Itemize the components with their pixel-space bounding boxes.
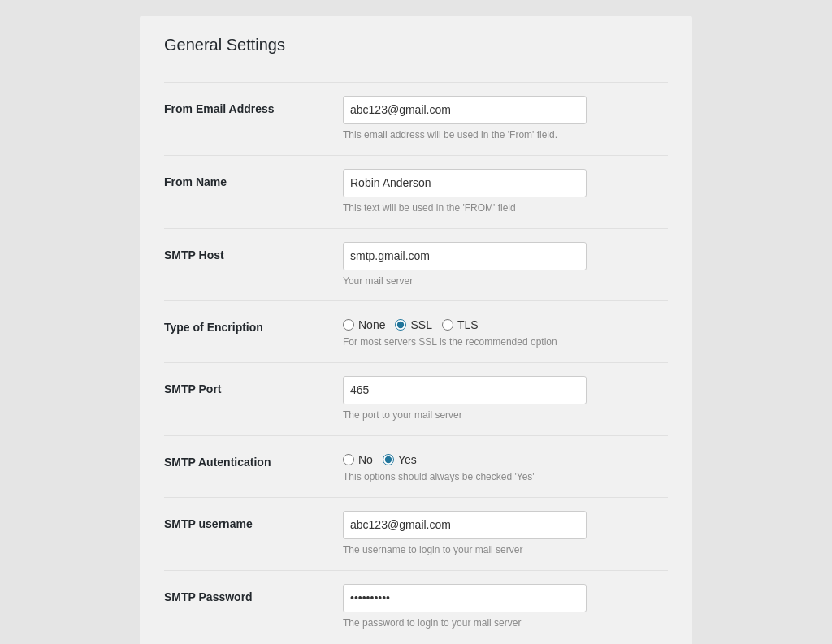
- smtp-password-description: The password to login to your mail serve…: [343, 616, 668, 630]
- label-smtp-password: SMTP Password: [164, 584, 343, 606]
- label-smtp-port: SMTP Port: [164, 376, 343, 398]
- smtp-auth-description: This options should always be checked 'Y…: [343, 470, 668, 484]
- smtp-auth-yes-option[interactable]: Yes: [383, 453, 417, 466]
- smtp-username-input[interactable]: [343, 511, 587, 539]
- label-encryption: Type of Encription: [164, 314, 343, 336]
- form-row-smtp-port: SMTP Port The port to your mail server: [164, 362, 668, 435]
- settings-panel: General Settings From Email Address This…: [140, 16, 692, 644]
- field-encryption: None SSL TLS For most servers SSL is the…: [343, 314, 668, 349]
- smtp-auth-yes-label: Yes: [398, 453, 417, 466]
- encryption-none-radio[interactable]: [343, 319, 354, 331]
- smtp-username-description: The username to login to your mail serve…: [343, 543, 668, 557]
- form-row-encryption: Type of Encription None SSL TLS For most…: [164, 300, 668, 362]
- smtp-password-input[interactable]: [343, 584, 587, 612]
- label-from-name: From Name: [164, 169, 343, 191]
- encryption-description: For most servers SSL is the recommended …: [343, 335, 668, 349]
- field-smtp-username: The username to login to your mail serve…: [343, 511, 668, 557]
- encryption-none-option[interactable]: None: [343, 318, 385, 331]
- smtp-auth-no-option[interactable]: No: [343, 453, 373, 466]
- encryption-ssl-label: SSL: [410, 318, 431, 331]
- smtp-auth-no-label: No: [358, 453, 373, 466]
- label-smtp-host: SMTP Host: [164, 242, 343, 264]
- encryption-tls-option[interactable]: TLS: [442, 318, 479, 331]
- field-from-email: This email address will be used in the '…: [343, 96, 668, 142]
- form-row-smtp-password: SMTP Password The password to login to y…: [164, 570, 668, 643]
- smtp-auth-radio-group: No Yes: [343, 449, 668, 466]
- encryption-tls-label: TLS: [457, 318, 479, 331]
- encryption-radio-group: None SSL TLS: [343, 314, 668, 331]
- smtp-port-description: The port to your mail server: [343, 408, 668, 422]
- from-email-input[interactable]: [343, 96, 587, 124]
- from-name-description: This text will be used in the 'FROM' fie…: [343, 201, 668, 215]
- smtp-host-description: Your mail server: [343, 274, 668, 288]
- field-from-name: This text will be used in the 'FROM' fie…: [343, 169, 668, 215]
- field-smtp-host: Your mail server: [343, 242, 668, 288]
- field-smtp-port: The port to your mail server: [343, 376, 668, 422]
- label-smtp-username: SMTP username: [164, 511, 343, 533]
- page-title: General Settings: [164, 36, 668, 63]
- form-row-smtp-username: SMTP username The username to login to y…: [164, 497, 668, 570]
- form-row-smtp-host: SMTP Host Your mail server: [164, 228, 668, 301]
- encryption-tls-radio[interactable]: [442, 319, 453, 331]
- field-smtp-password: The password to login to your mail serve…: [343, 584, 668, 630]
- smtp-port-input[interactable]: [343, 376, 587, 404]
- form-row-smtp-auth: SMTP Autentication No Yes This options s…: [164, 435, 668, 497]
- label-smtp-auth: SMTP Autentication: [164, 449, 343, 471]
- smtp-auth-yes-radio[interactable]: [383, 454, 394, 465]
- form-row-email: From Email Address This email address wi…: [164, 82, 668, 155]
- encryption-none-label: None: [358, 318, 385, 331]
- label-from-email: From Email Address: [164, 96, 343, 118]
- form-row-name: From Name This text will be used in the …: [164, 155, 668, 228]
- field-smtp-auth: No Yes This options should always be che…: [343, 449, 668, 484]
- smtp-host-input[interactable]: [343, 242, 587, 270]
- from-email-description: This email address will be used in the '…: [343, 128, 668, 142]
- smtp-auth-no-radio[interactable]: [343, 454, 354, 465]
- from-name-input[interactable]: [343, 169, 587, 197]
- encryption-ssl-radio[interactable]: [395, 319, 406, 331]
- encryption-ssl-option[interactable]: SSL: [395, 318, 431, 331]
